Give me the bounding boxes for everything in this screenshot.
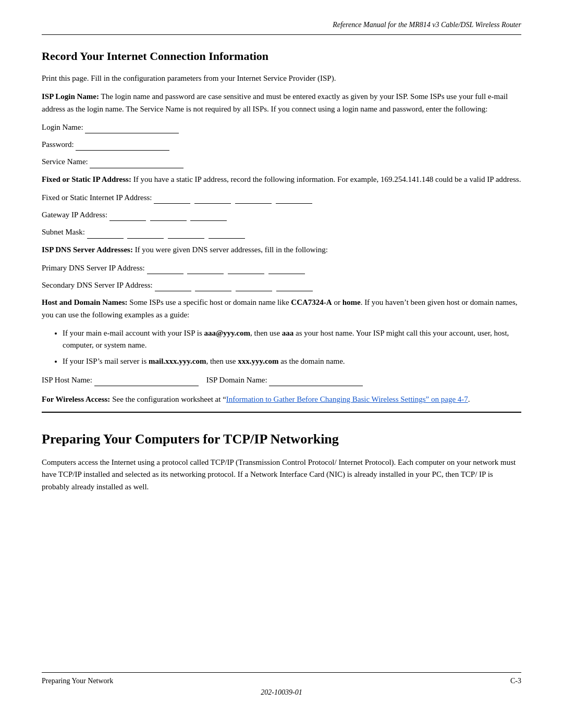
bullet1-bold1: aaa@yyy.com [204,329,250,337]
primary-dns-field4 [268,266,305,274]
para2-bold: ISP Login Name: [42,92,99,101]
footer-content: Preparing Your Network C-3 [0,677,563,685]
bullet1-prefix: If your main e-mail account with your IS… [63,329,204,337]
gateway-line: Gateway IP Address: [42,209,521,221]
footer-doc-number: 202-10039-01 [261,688,302,696]
service-label: Service Name: [42,157,88,166]
bullet1-mid: , then use [250,329,282,337]
para5-bold2: CCA7324-A [291,298,332,306]
page-header: Reference Manual for the MR814 v3 Cable/… [0,0,563,34]
top-rule [42,34,521,35]
bullet2-bold2: xxx.yyy.com [238,357,278,365]
para5-text: Some ISPs use a specific host or domain … [128,298,291,306]
primary-dns-field3 [228,266,264,274]
password-label: Password: [42,140,74,149]
section1-para3: Fixed or Static IP Address: If you have … [42,174,521,186]
para3-bold: Fixed or Static IP Address: [42,175,131,183]
section1-para4: ISP DNS Server Addresses: If you were gi… [42,244,521,256]
subnet-field1 [87,230,124,239]
page-footer: Preparing Your Network C-3 202-10039-01 [0,672,563,697]
bullet-item-2: If your ISP’s mail server is mail.xxx.yy… [63,355,521,367]
secondary-dns-field2 [195,283,231,291]
para6-link[interactable]: Information to Gather Before Changing Ba… [226,395,468,403]
section1-para5: Host and Domain Names: Some ISPs use a s… [42,297,521,321]
isp-domain-label: ISP Domain Name: [206,376,267,384]
fixed-ip-line: Fixed or Static Internet IP Address: [42,192,521,204]
isp-host-domain-line: ISP Host Name: ISP Domain Name: [42,374,521,386]
gateway-field3 [190,213,227,221]
para6-bold: For Wireless Access: [42,395,110,403]
bullet2-prefix: If your ISP’s mail server is [63,357,149,365]
gateway-field2 [150,213,187,221]
para6-text: See the configuration worksheet at “ [110,395,226,403]
fixed-ip-field1 [154,195,190,204]
secondary-dns-label: Secondary DNS Server IP Address: [42,281,153,289]
login-field [85,125,179,133]
bullet2-mid: , then use [206,357,238,365]
bullet1-bold2: aaa [282,329,294,337]
para4-text: If you were given DNS server addresses, … [133,245,328,254]
section2-content: Preparing Your Computers for TCP/IP Netw… [0,431,563,493]
isp-host-label: ISP Host Name: [42,376,92,384]
para3-text: If you have a static IP address, record … [131,175,521,183]
primary-dns-field2 [187,266,224,274]
primary-dns-label: Primary DNS Server IP Address: [42,264,145,272]
section-divider [42,412,521,413]
secondary-dns-line: Secondary DNS Server IP Address: [42,279,521,291]
subnet-field4 [209,230,245,239]
fixed-ip-label: Fixed or Static Internet IP Address: [42,193,152,202]
service-name-line: Service Name: [42,156,521,168]
service-field [90,160,183,168]
para2-text: The login name and password are case sen… [42,92,508,113]
isp-domain-field [269,378,363,386]
section1-para1: Print this page. Fill in the configurati… [42,72,521,84]
bullet-list: If your main e-mail account with your IS… [63,327,521,368]
section2-title: Preparing Your Computers for TCP/IP Netw… [42,431,521,447]
section1-para2: ISP Login Name: The login name and passw… [42,91,521,115]
para5-text2: or [332,298,342,306]
subnet-line: Subnet Mask: [42,226,521,238]
fixed-ip-field2 [194,195,231,204]
primary-dns-field1 [147,266,183,274]
page-container: Reference Manual for the MR814 v3 Cable/… [0,0,563,728]
password-line: Password: [42,139,521,151]
fixed-ip-field4 [276,195,312,204]
subnet-field3 [168,230,204,239]
isp-host-field [94,378,199,386]
section1-para6: For Wireless Access: See the configurati… [42,393,521,405]
login-label: Login Name: [42,123,83,131]
main-content: Record Your Internet Connection Informat… [0,50,563,405]
gateway-label: Gateway IP Address: [42,211,107,219]
section2-para1: Computers access the Internet using a pr… [42,456,521,493]
bullet2-bold1: mail.xxx.yyy.com [149,357,206,365]
para4-bold: ISP DNS Server Addresses: [42,245,133,254]
para6-end: . [468,395,470,403]
gateway-field1 [109,213,146,221]
para5-bold: Host and Domain Names: [42,298,128,306]
subnet-field2 [127,230,164,239]
footer-right: C-3 [510,677,521,685]
fixed-ip-field3 [235,195,272,204]
footer-left: Preparing Your Network [42,677,113,685]
primary-dns-line: Primary DNS Server IP Address: [42,262,521,274]
password-field [76,142,169,151]
subnet-label: Subnet Mask: [42,228,85,236]
header-title: Reference Manual for the MR814 v3 Cable/… [333,21,521,29]
footer-rule [42,672,521,673]
para5-bold3: home [342,298,361,306]
footer-center: 202-10039-01 [0,685,563,697]
bullet2-suffix: as the domain name. [279,357,345,365]
secondary-dns-field1 [155,283,191,291]
secondary-dns-field4 [276,283,313,291]
bullet-item-1: If your main e-mail account with your IS… [63,327,521,352]
section1-title: Record Your Internet Connection Informat… [42,50,521,63]
secondary-dns-field3 [236,283,272,291]
login-name-line: Login Name: [42,121,521,133]
